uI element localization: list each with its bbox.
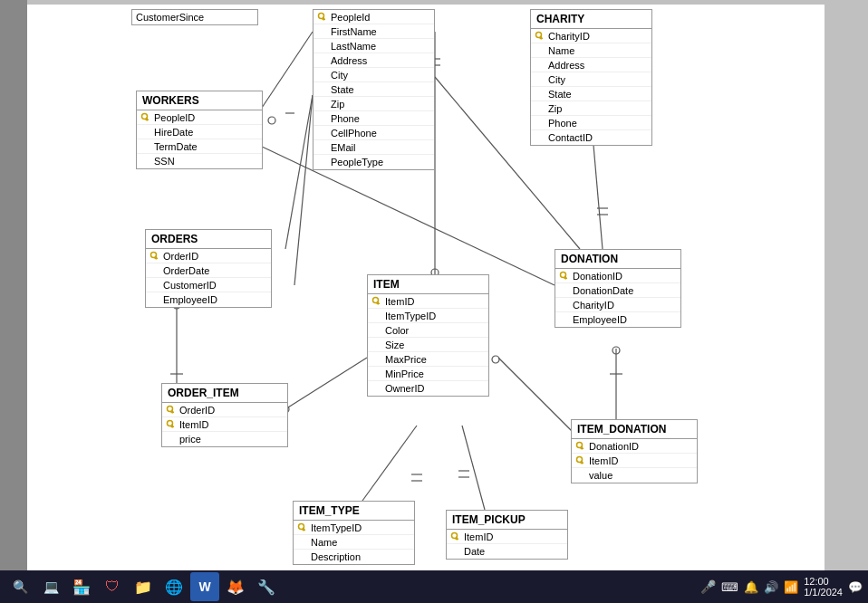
table-item-donation-header: ITEM_DONATION <box>572 420 697 439</box>
field-people-phone: Phone <box>313 111 434 126</box>
field-item-ownerid: OwnerID <box>368 381 488 396</box>
taskbar-keyboard-icon[interactable]: ⌨ <box>721 580 738 594</box>
table-item[interactable]: ITEM ItemID ItemTypeID Color Size MaxPri… <box>367 274 489 397</box>
taskbar-explorer[interactable]: 📁 <box>129 572 158 601</box>
pk-icon-itemdonation-donationid <box>575 441 586 452</box>
table-order-item-header: ORDER_ITEM <box>162 384 287 403</box>
table-item-type-header: ITEM_TYPE <box>294 502 414 521</box>
field-orders-employeeid: EmployeeID <box>146 292 271 307</box>
field-item-color: Color <box>368 323 488 338</box>
er-diagram-canvas: CustomerSince WORKERS PeopleID HireDate … <box>27 5 825 575</box>
field-itemtype-description: Description <box>294 550 414 564</box>
taskbar: 🔍 💻 🏪 🛡 📁 🌐 W 🦊 🔧 🎤 ⌨ 🔔 🔊 📶 12:001/1/202… <box>0 570 868 603</box>
table-charity[interactable]: CHARITY CharityID Name Address City Stat… <box>530 9 652 146</box>
table-people[interactable]: PeopleId FirstName LastName Address City… <box>313 9 435 170</box>
field-charity-state: State <box>531 87 651 101</box>
spacer-workers-ssn <box>140 156 151 167</box>
taskbar-defender[interactable]: 🛡 <box>98 572 127 601</box>
taskbar-notification-icon[interactable]: 🔔 <box>744 580 758 594</box>
table-orders-header: ORDERS <box>146 230 271 249</box>
svg-rect-56 <box>581 447 584 449</box>
svg-point-18 <box>492 356 499 363</box>
table-charity-header: CHARITY <box>531 10 651 29</box>
field-charity-address: Address <box>531 58 651 72</box>
pk-icon-orderitem-orderid <box>166 405 177 416</box>
field-people-address: Address <box>313 53 434 68</box>
pk-icon-workers-peopleid <box>140 112 151 123</box>
taskbar-volume-icon[interactable]: 🔊 <box>764 580 778 594</box>
svg-rect-59 <box>581 462 584 464</box>
customer-partial-table: CustomerSince <box>131 9 258 25</box>
table-item-pickup[interactable]: ITEM_PICKUP ItemID Date <box>446 510 568 560</box>
svg-rect-38 <box>540 37 544 39</box>
taskbar-action-center[interactable]: 💬 <box>848 580 863 594</box>
field-item-itemtypeid: ItemTypeID <box>368 309 488 323</box>
table-item-donation[interactable]: ITEM_DONATION DonationID ItemID value <box>571 419 698 483</box>
field-donation-donationid: DonationID <box>555 269 680 283</box>
svg-rect-53 <box>171 426 175 427</box>
taskbar-task-view[interactable]: 💻 <box>36 572 65 601</box>
svg-rect-44 <box>564 277 568 279</box>
field-orders-orderid: OrderID <box>146 249 271 263</box>
taskbar-clock: 12:001/1/2024 <box>804 576 843 598</box>
field-orderitem-itemid: ItemID <box>162 417 287 432</box>
taskbar-settings[interactable]: 🔧 <box>252 572 281 601</box>
field-donation-charityid: CharityID <box>555 298 680 312</box>
spacer-workers-termdate <box>140 141 151 152</box>
pk-icon-people-peopleid <box>317 12 328 23</box>
table-item-pickup-header: ITEM_PICKUP <box>447 511 567 530</box>
svg-rect-32 <box>146 119 149 120</box>
field-itempickup-itemid: ItemID <box>447 530 567 544</box>
field-people-cellphone: CellPhone <box>313 126 434 140</box>
pk-icon-orderitem-itemid <box>166 419 177 430</box>
table-donation[interactable]: DONATION DonationID DonationDate Charity… <box>555 249 681 328</box>
svg-point-1 <box>268 117 275 124</box>
svg-point-16 <box>612 347 620 354</box>
svg-line-8 <box>281 358 367 412</box>
table-workers-header: WORKERS <box>137 91 262 110</box>
taskbar-cortana[interactable]: 🔍 <box>5 572 34 601</box>
svg-rect-47 <box>377 302 381 304</box>
taskbar-store[interactable]: 🏪 <box>67 572 96 601</box>
table-donation-header: DONATION <box>555 250 680 269</box>
field-itemtype-name: Name <box>294 535 414 550</box>
taskbar-firefox[interactable]: 🦊 <box>221 572 250 601</box>
field-charity-name: Name <box>531 43 651 58</box>
field-itemdonation-donationid: DonationID <box>572 439 697 454</box>
svg-rect-62 <box>303 529 306 531</box>
field-orders-orderdate: OrderDate <box>146 263 271 278</box>
svg-line-19 <box>362 426 417 501</box>
field-item-size: Size <box>368 338 488 352</box>
taskbar-word[interactable]: W <box>190 572 219 601</box>
field-workers-termdate: TermDate <box>137 139 262 154</box>
taskbar-microphone-icon[interactable]: 🎤 <box>700 579 716 594</box>
field-charity-zip: Zip <box>531 101 651 116</box>
table-orders[interactable]: ORDERS OrderID OrderDate CustomerID Empl… <box>145 229 272 308</box>
field-people-email: EMail <box>313 140 434 155</box>
field-charity-charityid: CharityID <box>531 29 651 43</box>
field-item-itemid: ItemID <box>368 294 488 309</box>
pk-icon-charity <box>535 31 545 42</box>
taskbar-edge[interactable]: 🌐 <box>159 572 188 601</box>
field-customersince: CustomerSince <box>132 10 257 24</box>
field-charity-phone: Phone <box>531 116 651 130</box>
field-item-minprice: MinPrice <box>368 367 488 381</box>
svg-rect-50 <box>171 411 175 413</box>
field-itemdonation-itemid: ItemID <box>572 454 697 468</box>
taskbar-wifi-icon[interactable]: 📶 <box>784 580 798 594</box>
table-order-item[interactable]: ORDER_ITEM OrderID ItemID price <box>161 383 288 447</box>
svg-rect-35 <box>323 18 326 20</box>
field-workers-hiredate: HireDate <box>137 125 262 139</box>
svg-line-4 <box>294 95 313 285</box>
pk-icon-itemdonation-itemid <box>575 455 586 466</box>
field-itempickup-date: Date <box>447 544 567 559</box>
field-people-state: State <box>313 82 434 97</box>
table-item-type[interactable]: ITEM_TYPE ItemTypeID Name Description <box>293 501 415 565</box>
pk-icon-item <box>371 296 382 307</box>
table-item-header: ITEM <box>368 275 488 294</box>
field-orderitem-orderid: OrderID <box>162 403 287 417</box>
svg-line-3 <box>285 95 313 249</box>
table-workers[interactable]: WORKERS PeopleID HireDate TermDate SSN <box>136 91 263 169</box>
pk-icon-itempickup <box>450 531 461 542</box>
field-people-firstname: FirstName <box>313 24 434 39</box>
